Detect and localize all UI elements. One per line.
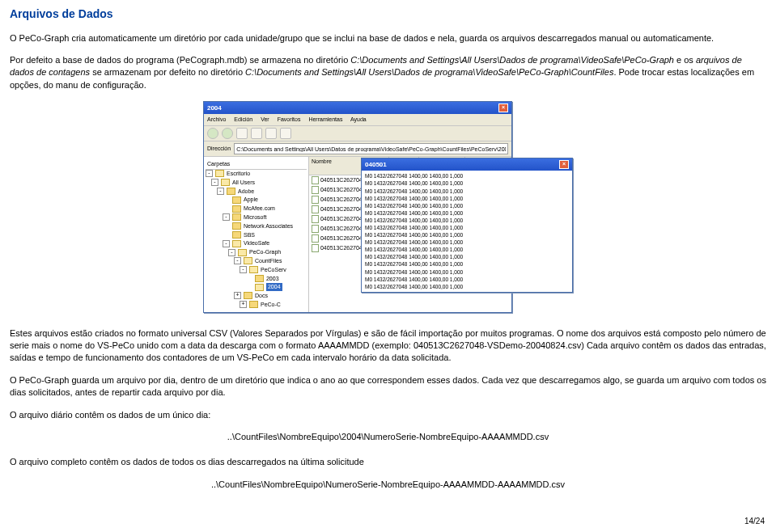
folder-icon <box>249 266 258 273</box>
expand-icon: + <box>234 292 241 299</box>
menu-item: Favoritos <box>278 116 301 122</box>
file-icon <box>312 215 319 223</box>
tree-node: -Escritorio <box>206 170 307 179</box>
tree-label: SBS <box>244 231 255 239</box>
folder-icon <box>244 292 252 299</box>
path-text: C:\Documents and Settings\All Users\Dado… <box>350 55 674 65</box>
text-content: M0 1432/2627048 1400,00 1400,00 1,000M0 … <box>362 171 572 292</box>
expand-icon: - <box>234 257 241 264</box>
file-icon <box>312 205 319 213</box>
daily-file-path: ..\CountFiles\NombreEquipo\2004\NumeroSe… <box>10 431 766 443</box>
tree-node: -PeCo-Graph <box>206 248 307 257</box>
complete-file-label: O arquivo completo contêm os dados de to… <box>10 456 766 468</box>
data-line: M0 1432/2627048 1400,00 1400,00 1,000 <box>365 179 569 187</box>
expand-icon: - <box>223 240 230 247</box>
window-titlebar: 2004 × <box>204 102 511 114</box>
expand-icon: - <box>240 266 247 273</box>
data-line: M0 1432/2627048 1400,00 1400,00 1,000 <box>365 290 569 293</box>
data-line: M0 1432/2627048 1400,00 1400,00 1,000 <box>365 195 569 202</box>
tree-node: Network Associates <box>206 222 307 231</box>
tree-label: CountFiles <box>255 257 282 265</box>
data-line: M0 1432/2627048 1400,00 1400,00 1,000 <box>365 239 569 246</box>
paths-paragraph: Por defeito a base de dados do programa … <box>10 54 766 91</box>
folder-icon <box>232 205 241 213</box>
tree-node: -Adobe <box>206 188 307 196</box>
up-icon <box>236 128 248 139</box>
data-line: M0 1432/2627048 1400,00 1400,00 1,000 <box>365 283 569 290</box>
data-line: M0 1432/2627048 1400,00 1400,00 1,000 <box>365 276 569 283</box>
tree-node: +Docs <box>206 292 307 301</box>
tree-node: SBS <box>206 231 307 240</box>
folder-tree: Carpetas -Escritorio-All Users-AdobeAppl… <box>204 157 309 312</box>
file-icon <box>312 225 319 233</box>
folder-icon <box>227 188 235 195</box>
data-line: M0 1432/2627048 1400,00 1400,00 1,000 <box>365 231 569 239</box>
storage-paragraph: O PeCo-Graph guarda um arquivo por dia, … <box>10 374 766 399</box>
tree-label: Network Associates <box>244 222 293 230</box>
search-icon <box>251 128 262 139</box>
window-titlebar: 040501 × <box>362 158 572 171</box>
expand-icon: + <box>240 301 247 308</box>
notepad-window-front: 040501 × M0 1432/2627048 1400,00 1400,00… <box>361 158 573 293</box>
daily-file-label: O arquivo diário contêm os dados de um ú… <box>10 409 766 421</box>
folder-icon <box>221 179 230 186</box>
tree-label: VideoSafe <box>244 239 269 247</box>
data-line: M0 1432/2627048 1400,00 1400,00 1,000 <box>365 224 569 231</box>
data-line: M0 1432/2627048 1400,00 1400,00 1,000 <box>365 246 569 253</box>
data-line: M0 1432/2627048 1400,00 1400,00 1,000 <box>365 260 569 268</box>
tree-label: PeCo-Graph <box>249 248 281 256</box>
folder-icon <box>255 284 264 291</box>
tree-node: 2003 <box>206 275 307 284</box>
folder-icon <box>232 196 241 204</box>
file-icon <box>312 234 319 243</box>
data-line: M0 1432/2627048 1400,00 1400,00 1,000 <box>365 268 569 276</box>
tree-node: -All Users <box>206 179 307 188</box>
folder-icon <box>255 275 264 282</box>
window-toolbar <box>204 126 511 141</box>
menu-item: Edición <box>234 116 252 122</box>
text: Por defeito a base de dados do programa … <box>10 55 350 65</box>
address-label: Dirección <box>207 145 231 153</box>
data-line: M0 1432/2627048 1400,00 1400,00 1,000 <box>365 188 569 195</box>
window-menu: Archivo Edición Ver Favoritos Herramient… <box>204 114 511 126</box>
close-icon: × <box>498 103 508 112</box>
expand-icon: - <box>211 179 218 186</box>
folder-icon <box>232 222 241 230</box>
tree-node: Apple <box>206 196 307 205</box>
tree-node: -PeCoServ <box>206 266 307 275</box>
data-line: M0 1432/2627048 1400,00 1400,00 1,000 <box>365 172 569 179</box>
tree-label: 2003 <box>266 275 279 283</box>
menu-item: Herramientas <box>308 116 342 122</box>
tree-node: -VideoSafe <box>206 239 307 248</box>
window-title: 2004 <box>207 103 222 112</box>
back-icon <box>207 128 218 139</box>
folder-icon <box>232 231 241 239</box>
expand-icon: - <box>228 249 235 256</box>
window-title: 040501 <box>365 160 387 169</box>
address-input <box>234 143 508 154</box>
file-icon <box>312 176 319 184</box>
data-line: M0 1432/2627048 1400,00 1400,00 1,000 <box>365 209 569 217</box>
data-line: M0 1432/2627048 1400,00 1400,00 1,000 <box>365 253 569 260</box>
tree-node: +PeCo-C <box>206 301 307 310</box>
page-title: Arquivos de Dados <box>10 6 766 23</box>
folder-icon <box>238 249 247 256</box>
path-text: C:\Documents and Settings\All Users\Dado… <box>245 67 613 77</box>
tree-node: 2004 <box>206 283 307 292</box>
file-icon <box>312 244 319 252</box>
close-icon: × <box>559 160 569 169</box>
tree-node: McAfee.com <box>206 205 307 213</box>
forward-icon <box>222 128 233 139</box>
complete-file-path: ..\CountFiles\NombreEquipo\NumeroSerie-N… <box>10 479 766 491</box>
menu-item: Ver <box>261 116 269 122</box>
text: e os <box>674 55 696 65</box>
tree-label: PeCoServ <box>261 266 286 274</box>
folder-icon <box>232 240 241 247</box>
folder-icon <box>244 257 252 264</box>
views-icon <box>280 128 291 139</box>
text: se armazenam por defeito no diretório <box>90 67 245 77</box>
tree-label: All Users <box>232 179 255 187</box>
tree-node: -Microsoft <box>206 213 307 222</box>
expand-icon: - <box>217 188 224 195</box>
menu-item: Archivo <box>207 116 226 122</box>
